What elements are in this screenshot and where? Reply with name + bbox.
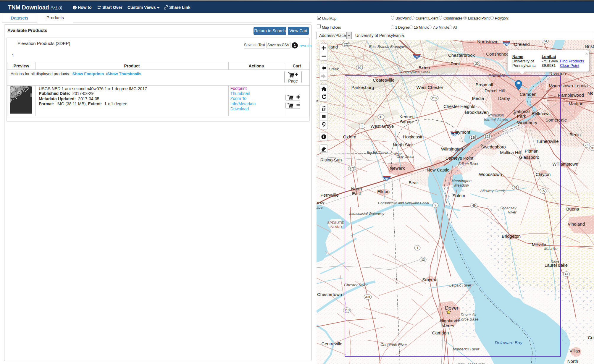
- svg-text:76: 76: [415, 56, 419, 59]
- svg-text:Clay Creek: Clay Creek: [396, 155, 414, 159]
- svg-text:73: 73: [585, 143, 588, 147]
- svg-text:Williamstown: Williamstown: [552, 161, 578, 166]
- svg-text:Turnersville: Turnersville: [536, 139, 559, 144]
- svg-text:Somerdale: Somerdale: [545, 117, 567, 122]
- svg-text:Wilmington: Wilmington: [441, 146, 463, 151]
- svg-text:Media: Media: [472, 96, 485, 101]
- svg-text:Camden: Camden: [520, 92, 537, 97]
- svg-text:Cou: Cou: [588, 335, 594, 340]
- svg-text:Drexel Hill: Drexel Hill: [485, 88, 505, 93]
- svg-text:9: 9: [435, 203, 436, 207]
- svg-text:le: le: [317, 99, 318, 103]
- svg-text:Buena: Buena: [566, 206, 579, 211]
- svg-text:×: ×: [585, 51, 588, 56]
- svg-text:Centreville: Centreville: [322, 341, 343, 346]
- svg-text:Philadlph: Philadlph: [488, 113, 504, 117]
- svg-text:Mullica Hill: Mullica Hill: [500, 150, 521, 155]
- svg-text:Dover: Dover: [445, 305, 459, 311]
- svg-text:Coatesville: Coatesville: [373, 77, 394, 82]
- svg-text:Highland: Highland: [440, 318, 457, 323]
- svg-text:Ardmore: Ardmore: [488, 73, 506, 78]
- svg-text:1: 1: [417, 246, 418, 250]
- svg-text:Glassboro: Glassboro: [519, 155, 539, 160]
- svg-text:North Star: North Star: [393, 142, 413, 147]
- svg-text:Moorestown-Lenola: Moorestown-Lenola: [549, 83, 588, 88]
- svg-text:276: 276: [504, 43, 509, 46]
- svg-text:Claymont: Claymont: [451, 130, 470, 135]
- svg-text:Oreland: Oreland: [514, 42, 530, 47]
- svg-text:Brookhaven: Brookhaven: [465, 110, 489, 115]
- svg-text:Salem River: Salem River: [458, 162, 479, 166]
- svg-text:Cohansey: Cohansey: [500, 206, 516, 210]
- svg-text:Alloway Creek: Alloway Creek: [480, 189, 505, 193]
- svg-text:North: North: [567, 359, 578, 364]
- svg-text:Hockessin: Hockessin: [403, 134, 423, 139]
- svg-text:Ramblewood: Ramblewood: [558, 93, 584, 98]
- svg-text:River: River: [508, 210, 516, 214]
- svg-text:Bear: Bear: [409, 180, 418, 185]
- svg-text:322: 322: [343, 43, 349, 46]
- svg-text:Pitman: Pitman: [525, 148, 539, 153]
- svg-text:202: 202: [432, 96, 437, 100]
- svg-text:Bellmawr: Bellmawr: [532, 111, 550, 116]
- svg-text:Salem: Salem: [453, 193, 465, 198]
- svg-text:Chesapeake and Delaware Canal: Chesapeake and Delaware Canal: [378, 201, 429, 205]
- svg-text:River: River: [551, 260, 559, 264]
- svg-text:Murderkill River: Murderkill River: [453, 347, 480, 351]
- svg-text:North: North: [351, 186, 362, 191]
- svg-text:1: 1: [361, 124, 363, 128]
- svg-text:?: ?: [74, 6, 76, 9]
- svg-text:West Grove: West Grove: [371, 124, 394, 129]
- svg-text:Acres: Acres: [443, 323, 454, 328]
- svg-text:East Branch Brandywine: East Branch Brandywine: [369, 45, 410, 49]
- svg-text:39.9531: 39.9531: [542, 63, 556, 68]
- svg-text:Villas: Villas: [569, 348, 580, 353]
- svg-text:Dover Air: Dover Air: [461, 313, 477, 317]
- svg-text:Smyrna: Smyrna: [422, 277, 438, 282]
- svg-text:New Castle: New Castle: [427, 167, 450, 172]
- svg-text:13: 13: [421, 258, 425, 261]
- svg-text:-75.1940/: -75.1940/: [542, 59, 558, 63]
- svg-text:Broomall: Broomall: [475, 82, 493, 87]
- svg-text:Rising Sun: Rising Sun: [320, 157, 342, 162]
- svg-text:Norristown: Norristown: [477, 40, 498, 44]
- svg-text:ISLAND: ISLAND: [330, 225, 342, 229]
- svg-text:10: 10: [358, 66, 361, 69]
- svg-text:Parkesburg: Parkesburg: [351, 85, 374, 90]
- svg-text:Creek: Creek: [329, 67, 339, 71]
- svg-text:Elkton: Elkton: [377, 189, 390, 194]
- svg-text:30: 30: [475, 62, 479, 65]
- svg-text:Force Base: Force Base: [459, 317, 478, 321]
- svg-text:55: 55: [541, 189, 545, 193]
- svg-text:Meadow: Meadow: [454, 183, 469, 187]
- svg-text:✚: ✚: [457, 318, 461, 323]
- svg-text:Chesterbrook: Chesterbrook: [448, 53, 475, 58]
- svg-text:Swedesboro: Swedesboro: [481, 144, 506, 149]
- svg-text:47: 47: [565, 272, 568, 276]
- svg-text:Kennett: Kennett: [399, 114, 415, 119]
- svg-text:West Chester: West Chester: [417, 85, 443, 90]
- svg-text:Chester Heights: Chester Heights: [443, 104, 475, 109]
- svg-text:SPESUTIE: SPESUTIE: [327, 221, 344, 224]
- svg-text:Exton: Exton: [419, 65, 430, 70]
- svg-text:Maurice: Maurice: [544, 247, 558, 251]
- svg-text:322: 322: [485, 135, 490, 138]
- svg-text:Square: Square: [400, 119, 414, 124]
- svg-text:40: 40: [514, 186, 517, 189]
- svg-text:Chestertown: Chestertown: [317, 292, 342, 297]
- svg-text:Park: Park: [517, 114, 526, 119]
- svg-text:Brist: Brist: [585, 44, 594, 49]
- svg-text:Woodstown: Woodstown: [479, 172, 502, 177]
- svg-text:Newark: Newark: [390, 166, 405, 171]
- svg-text:301: 301: [365, 295, 370, 299]
- svg-text:49: 49: [472, 204, 476, 207]
- svg-text:✈: ✈: [513, 111, 517, 116]
- svg-text:Intracoastal Waterway: Intracoastal Waterway: [349, 212, 385, 216]
- svg-text:Big Elk Creek: Big Elk Creek: [367, 151, 389, 155]
- svg-text:re de: re de: [317, 200, 325, 205]
- svg-text:Millville: Millville: [532, 242, 546, 247]
- svg-text:Lon/Lat: Lon/Lat: [542, 54, 556, 59]
- svg-text:Mannington: Mannington: [451, 179, 472, 183]
- svg-text:Chester River: Chester River: [344, 283, 368, 287]
- svg-text:Vineland: Vineland: [568, 221, 585, 227]
